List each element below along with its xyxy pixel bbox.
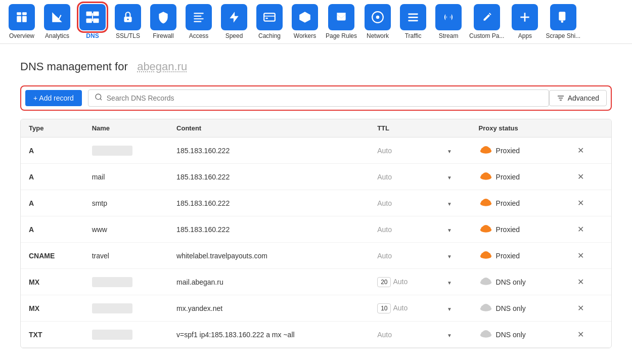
custom-pages-icon: [474, 4, 500, 30]
filter-icon: [557, 94, 565, 102]
nav-item-traffic[interactable]: Traffic: [395, 0, 431, 43]
col-proxy: Proxy status: [471, 119, 565, 138]
delete-cell: ✕: [565, 243, 611, 269]
ssl-label: SSL/TLS: [116, 32, 140, 39]
stream-label: Stream: [439, 32, 459, 39]
access-icon: [186, 4, 212, 30]
svg-point-62: [482, 278, 489, 283]
apps-icon: [512, 4, 538, 30]
stream-icon: [435, 4, 462, 30]
toolbar-left: + Add record: [25, 89, 549, 107]
table-row: MX​​​​​​​mx.yandex.net10Auto▼ DNS only ✕: [21, 295, 611, 322]
nav-item-workers[interactable]: Workers: [287, 0, 323, 43]
nav-item-firewall[interactable]: Firewall: [146, 0, 181, 43]
delete-record-button[interactable]: ✕: [573, 328, 588, 341]
dns-only-label: DNS only: [496, 331, 526, 339]
delete-record-button[interactable]: ✕: [573, 249, 588, 262]
ttl-dropdown[interactable]: ▼: [439, 243, 471, 269]
table-row: CNAMEtravelwhitelabel.travelpayouts.comA…: [21, 243, 611, 269]
record-ttl: Auto: [369, 190, 439, 216]
proxy-status: Proxied: [471, 243, 565, 269]
cloud-proxied-icon: [479, 145, 493, 156]
ttl-dropdown[interactable]: ▼: [439, 322, 471, 348]
cloud-dns-icon: [479, 303, 493, 313]
proxy-status: Proxied: [471, 190, 565, 216]
delete-record-button[interactable]: ✕: [573, 301, 588, 315]
access-label: Access: [189, 32, 209, 39]
delete-record-button[interactable]: ✕: [573, 275, 588, 289]
add-record-button[interactable]: + Add record: [25, 90, 82, 106]
table-row: MX​​​​​​​mail.abegan.ru20Auto▼ DNS only …: [21, 269, 611, 295]
table-body: A​​​​​​​185.183.160.222Auto▼ Proxied ✕Am…: [21, 138, 611, 348]
delete-record-button[interactable]: ✕: [573, 222, 588, 236]
svg-rect-6: [86, 19, 92, 23]
delete-cell: ✕: [565, 164, 611, 190]
nav-item-custom-pages[interactable]: Custom Pa...: [466, 0, 507, 43]
svg-rect-31: [560, 14, 564, 15]
search-wrapper: [88, 89, 549, 107]
search-icon: [95, 93, 103, 103]
dns-only-label: DNS only: [496, 304, 526, 312]
ttl-dropdown[interactable]: ▼: [439, 269, 471, 295]
table-row: Amail185.183.160.222Auto▼ Proxied ✕: [21, 164, 611, 190]
dns-only-label: DNS only: [496, 278, 526, 286]
nav-item-overview[interactable]: Overview: [4, 0, 39, 43]
proxy-status: DNS only: [471, 295, 565, 322]
delete-cell: ✕: [565, 295, 611, 322]
toolbar: + Add record Advanced: [20, 85, 612, 111]
record-ttl: Auto: [369, 216, 439, 243]
ttl-dropdown[interactable]: ▼: [439, 295, 471, 322]
record-type: A: [21, 190, 84, 216]
ttl-dropdown[interactable]: ▼: [439, 190, 471, 216]
nav-item-stream[interactable]: Stream: [431, 0, 466, 43]
nav-item-caching[interactable]: Caching: [252, 0, 287, 43]
delete-record-button[interactable]: ✕: [573, 170, 588, 184]
svg-rect-13: [194, 13, 204, 14]
nav-item-analytics[interactable]: Analytics: [39, 0, 75, 43]
record-type: MX: [21, 269, 84, 295]
svg-point-23: [376, 16, 380, 19]
nav-item-apps[interactable]: Apps: [507, 0, 543, 43]
svg-rect-33: [560, 17, 563, 18]
record-content: 185.183.160.222: [168, 138, 369, 164]
firewall-label: Firewall: [153, 32, 173, 39]
svg-rect-5: [93, 12, 99, 16]
ttl-dropdown[interactable]: ▼: [439, 164, 471, 190]
nav-item-page-rules[interactable]: Page Rules: [323, 0, 360, 43]
dns-icon: [79, 4, 106, 30]
network-label: Network: [367, 32, 389, 39]
nav-item-speed[interactable]: Speed: [216, 0, 252, 43]
record-ttl: Auto: [369, 243, 439, 269]
col-content: Content: [168, 119, 369, 138]
svg-marker-21: [299, 12, 310, 23]
delete-cell: ✕: [565, 269, 611, 295]
ttl-dropdown[interactable]: ▼: [439, 138, 471, 164]
ttl-dropdown[interactable]: ▼: [439, 216, 471, 243]
search-input[interactable]: [107, 94, 543, 102]
nav-item-scrape-shield[interactable]: Scrape Shi...: [543, 0, 583, 43]
nav-item-dns[interactable]: DNS: [75, 0, 110, 43]
svg-point-54: [482, 225, 489, 231]
nav-item-ssl[interactable]: SSL/TLS: [110, 0, 146, 43]
analytics-icon: [44, 4, 70, 30]
table-row: Awww185.183.160.222Auto▼ Proxied ✕: [21, 216, 611, 243]
record-ttl: Auto: [369, 138, 439, 164]
nav-item-access[interactable]: Access: [181, 0, 216, 43]
ssl-icon: [115, 4, 141, 30]
delete-record-button[interactable]: ✕: [573, 144, 588, 157]
page-rules-icon: [328, 4, 354, 30]
advanced-button[interactable]: Advanced: [549, 90, 607, 106]
dns-table-container: Type Name Content TTL Proxy status A​​​​…: [20, 119, 612, 348]
col-name: Name: [84, 119, 168, 138]
record-ttl: Auto: [369, 164, 439, 190]
svg-rect-32: [560, 16, 565, 17]
svg-rect-14: [194, 16, 201, 17]
svg-rect-25: [408, 17, 418, 18]
record-name: ​​​​​​​: [84, 295, 168, 322]
nav-item-network[interactable]: Network: [360, 0, 395, 43]
delete-record-button[interactable]: ✕: [573, 196, 588, 210]
dns-label: DNS: [86, 32, 99, 39]
cloud-proxied-icon: [479, 224, 493, 235]
record-name: travel: [84, 243, 168, 269]
record-content: 185.183.160.222: [168, 164, 369, 190]
